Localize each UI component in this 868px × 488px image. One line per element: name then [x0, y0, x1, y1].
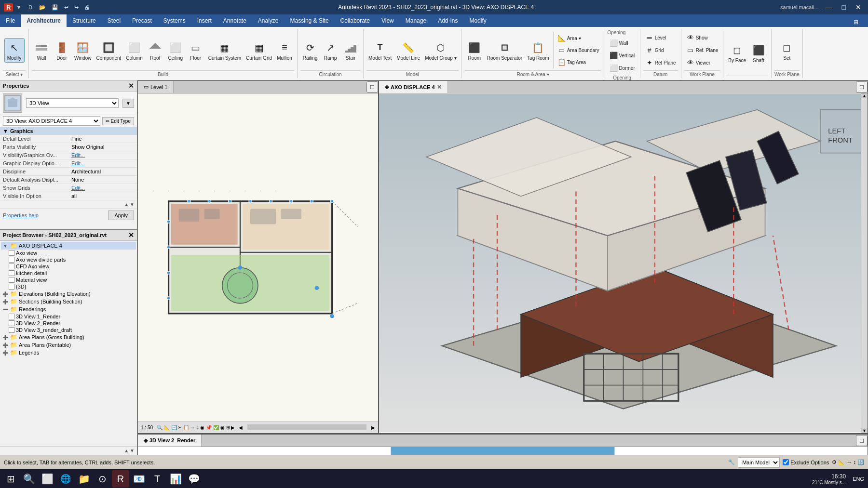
prop-value[interactable]: Show Original	[68, 143, 137, 151]
tree-item-render3[interactable]: 3D View 3_render_draft	[1, 327, 136, 333]
prop-value[interactable]: Architectural	[68, 168, 137, 176]
roof-btn[interactable]: Roof	[146, 39, 165, 62]
tree-item-material[interactable]: Material view	[1, 277, 136, 283]
tree-item-3d[interactable]: {3D}	[1, 283, 136, 290]
print-btn[interactable]: 🖨	[82, 3, 92, 12]
edit-type-btn[interactable]: ✏ Edit Type	[102, 117, 134, 125]
tag-room-btn[interactable]: 📋 Tag Room	[525, 39, 551, 62]
render-maximize[interactable]: □	[856, 435, 868, 446]
tree-item-render1[interactable]: 3D View 1_Render	[1, 313, 136, 320]
curtain-system-btn[interactable]: ▦ Curtain System	[206, 39, 243, 62]
tree-root[interactable]: ▼ 📁 AXO DISPLACE 4	[1, 242, 136, 250]
model-group-btn[interactable]: ⬡ Model Group ▾	[423, 39, 459, 62]
properties-close[interactable]: ✕	[128, 82, 134, 90]
save-btn[interactable]: 💾	[50, 3, 60, 12]
tab-annotate[interactable]: Annotate	[217, 14, 252, 27]
right-scroll[interactable]: ▶	[371, 425, 375, 430]
wall-btn[interactable]: Wall	[32, 39, 51, 62]
visibility-graphics-edit[interactable]: Edit...	[68, 151, 137, 159]
chrome-btn[interactable]: ⊙	[94, 470, 111, 488]
checkbox[interactable]	[9, 264, 14, 269]
ref-plane-btn2[interactable]: ▭ Ref. Plane	[684, 44, 720, 56]
tag-area-btn[interactable]: 📋 Tag Area	[556, 56, 588, 68]
ceiling-btn[interactable]: ⬜ Ceiling	[166, 39, 185, 62]
tab-view[interactable]: View	[376, 14, 400, 27]
properties-help[interactable]: Properties help	[3, 212, 39, 218]
level1-tab[interactable]: ▭ Level 1	[138, 81, 174, 93]
axo-tab[interactable]: ◈ AXO DISPLACE 4 ✕	[379, 81, 448, 93]
tab-systems[interactable]: Systems	[158, 14, 191, 27]
level-btn[interactable]: ═ Level	[643, 32, 668, 43]
ref-plane-btn[interactable]: ✦ Ref Plane	[643, 57, 678, 68]
close-btn[interactable]: ✕	[853, 3, 864, 11]
tree-group-sections[interactable]: ➕ 📁 Sections (Building Section)	[1, 298, 136, 305]
apply-btn[interactable]: Apply	[108, 211, 134, 220]
axo-canvas[interactable]: LEFT FRONT	[379, 93, 868, 433]
new-btn[interactable]: 🗋	[26, 3, 35, 12]
tree-group-renderings[interactable]: ➖ 📁 Renderings	[1, 305, 136, 313]
model-select[interactable]: Main Model	[738, 457, 780, 468]
mullion-btn[interactable]: ≡ Mullion	[275, 39, 294, 62]
render-canvas[interactable]	[138, 447, 868, 455]
area-btn[interactable]: 📐 Area ▾	[556, 32, 583, 44]
whatsapp-btn[interactable]: 💬	[185, 470, 203, 488]
by-face-btn[interactable]: ◻ By Face	[726, 41, 748, 65]
window-btn[interactable]: 🪟 Window	[72, 39, 94, 62]
checkbox[interactable]	[9, 320, 14, 326]
tree-item-cfd[interactable]: CFD Axo view	[1, 263, 136, 270]
tab-collaborate[interactable]: Collaborate	[335, 14, 376, 27]
opening-wall-btn[interactable]: ⬜ Wall	[607, 37, 630, 49]
model-line-btn[interactable]: 📏 Model Line	[394, 39, 422, 62]
left-scroll[interactable]: ◀	[239, 425, 243, 430]
railing-btn[interactable]: ⟳ Railing	[300, 39, 320, 62]
tab-massing[interactable]: Massing & Site	[285, 14, 335, 27]
graphic-display-edit[interactable]: Edit...	[68, 159, 137, 168]
tree-group-elevations[interactable]: ➕ 📁 Elevations (Building Elevation)	[1, 290, 136, 298]
axo-maximize[interactable]: □	[856, 81, 868, 92]
open-btn[interactable]: 📂	[37, 3, 48, 12]
toggle[interactable]: ➕	[2, 298, 9, 305]
scroll-down-arrow[interactable]: ▼	[129, 201, 135, 208]
h-scrollbar[interactable]	[247, 424, 366, 430]
drop-down-btn[interactable]: ▼	[122, 99, 134, 108]
checkbox[interactable]	[9, 277, 14, 283]
set-btn[interactable]: ◻ Set	[777, 39, 797, 62]
tab-manage[interactable]: Manage	[400, 14, 432, 27]
render-tab[interactable]: ◈ 3D View 2_Render	[138, 435, 202, 447]
checkbox[interactable]	[9, 314, 14, 319]
tab-file[interactable]: File	[0, 14, 21, 27]
door-btn[interactable]: 🚪 Door	[52, 39, 71, 62]
toggle[interactable]: ➕	[2, 342, 9, 348]
tree-item-axo-view[interactable]: Axo view	[1, 250, 136, 256]
ramp-btn[interactable]: ↗ Ramp	[321, 39, 340, 62]
maximize-btn[interactable]: □	[839, 3, 849, 11]
outlook-btn[interactable]: 📧	[130, 470, 148, 488]
checkbox[interactable]	[9, 250, 14, 256]
tab-precast[interactable]: Precast	[126, 14, 158, 27]
search-btn[interactable]: 🔍	[20, 470, 38, 488]
stair-btn[interactable]: Stair	[341, 39, 360, 62]
files-btn[interactable]: 📁	[75, 470, 93, 488]
view-selector[interactable]: 3D View: AXO DISPLACE 4	[3, 116, 100, 126]
exclude-checkbox[interactable]	[783, 459, 789, 465]
tree-scroll-up[interactable]: ▲	[123, 448, 129, 454]
show-btn[interactable]: 👁 Show	[684, 32, 710, 43]
model-text-btn[interactable]: T Model Text	[366, 39, 393, 62]
level1-canvas[interactable]	[138, 93, 378, 422]
axo-tab-close[interactable]: ✕	[437, 84, 442, 91]
tree-item-render2[interactable]: 3D View 2_Render	[1, 320, 136, 327]
floor-btn[interactable]: ▭ Floor	[186, 39, 205, 62]
graphics-section[interactable]: ▼ Graphics	[0, 127, 137, 135]
tab-steel[interactable]: Steel	[102, 14, 126, 27]
prop-value[interactable]: None	[68, 176, 137, 184]
root-toggle[interactable]: ▼	[2, 242, 9, 249]
redo-btn[interactable]: ↪	[72, 3, 81, 12]
project-browser-close[interactable]: ✕	[128, 231, 134, 239]
column-btn[interactable]: ⬜ Column	[124, 39, 144, 62]
checkbox[interactable]	[9, 284, 14, 290]
edge-btn[interactable]: 🌐	[57, 470, 74, 488]
tree-item-axo-divide[interactable]: Axo view divide parts	[1, 256, 136, 263]
tab-insert[interactable]: Insert	[191, 14, 217, 27]
room-btn[interactable]: ⬛ Room	[465, 39, 484, 62]
tree-group-area-plans-gross[interactable]: ➕ 📁 Area Plans (Gross Building)	[1, 333, 136, 341]
